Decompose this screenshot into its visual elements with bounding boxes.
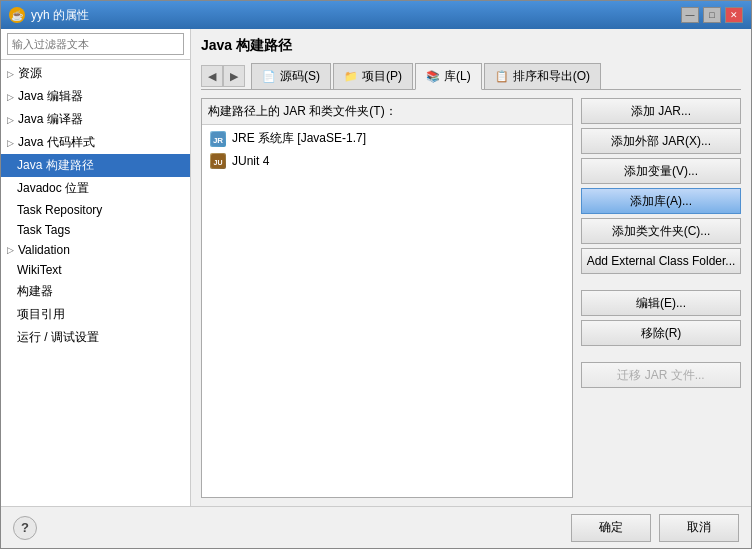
title-bar: ☕ yyh 的属性 — □ ✕ [1,1,751,29]
tab-nav-back[interactable]: ◀ [201,65,223,87]
sidebar-item-javadoc[interactable]: Javadoc 位置 [1,177,190,200]
title-controls: — □ ✕ [681,7,743,23]
cancel-button[interactable]: 取消 [659,514,739,542]
sidebar-item-label: Task Tags [17,223,70,237]
sidebar-item-project-ref[interactable]: 项目引用 [1,303,190,326]
arrow-icon: ▷ [7,138,14,148]
sidebar-item-java-code-style[interactable]: ▷ Java 代码样式 [1,131,190,154]
sidebar-item-label: WikiText [17,263,62,277]
tab-libraries[interactable]: 📚 库(L) [415,63,482,90]
main-window: ☕ yyh 的属性 — □ ✕ ▷ 资源 ▷ [0,0,752,549]
sidebar-item-label: Task Repository [17,203,102,217]
panel-title: Java 构建路径 [201,37,741,55]
tabs-bar: ◀ ▶ 📄 源码(S) 📁 项目(P) 📚 库(L) 📋 排序和导出(O [201,63,741,90]
sidebar-item-task-tags[interactable]: Task Tags [1,220,190,240]
libraries-tab-icon: 📚 [426,70,440,83]
sidebar-item-wikitext[interactable]: WikiText [1,260,190,280]
migrate-jar-button[interactable]: 迁移 JAR 文件... [581,362,741,388]
nav-list: ▷ 资源 ▷ Java 编辑器 ▷ Java 编译器 ▷ Java 代码样式 [1,60,190,506]
remove-button[interactable]: 移除(R) [581,320,741,346]
maximize-button[interactable]: □ [703,7,721,23]
tab-label: 排序和导出(O) [513,68,590,85]
panel-body: 构建路径上的 JAR 和类文件夹(T)： JR JRE 系统库 [JavaSE-… [201,98,741,498]
sidebar-item-label: 运行 / 调试设置 [17,329,99,346]
help-button[interactable]: ? [13,516,37,540]
jre-icon: JR [210,131,226,147]
filter-input[interactable] [7,33,184,55]
sidebar-item-label: Java 编译器 [18,111,83,128]
jar-item-label: JRE 系统库 [JavaSE-1.7] [232,130,366,147]
tab-label: 源码(S) [280,68,320,85]
add-external-jar-button[interactable]: 添加外部 JAR(X)... [581,128,741,154]
jar-list-area: 构建路径上的 JAR 和类文件夹(T)： JR JRE 系统库 [JavaSE-… [201,98,573,498]
list-item[interactable]: JU JUnit 4 [204,150,570,172]
list-item[interactable]: JR JRE 系统库 [JavaSE-1.7] [204,127,570,150]
junit-icon: JU [210,153,226,169]
tab-source[interactable]: 📄 源码(S) [251,63,331,89]
left-panel: ▷ 资源 ▷ Java 编辑器 ▷ Java 编译器 ▷ Java 代码样式 [1,29,191,506]
tab-label: 项目(P) [362,68,402,85]
close-button[interactable]: ✕ [725,7,743,23]
title-bar-left: ☕ yyh 的属性 [9,7,89,24]
tab-order[interactable]: 📋 排序和导出(O) [484,63,601,89]
jar-list: JR JRE 系统库 [JavaSE-1.7] JU [202,125,572,497]
source-tab-icon: 📄 [262,70,276,83]
sidebar-item-run-debug[interactable]: 运行 / 调试设置 [1,326,190,349]
arrow-icon: ▷ [7,92,14,102]
tab-nav-forward[interactable]: ▶ [223,65,245,87]
content-area: ▷ 资源 ▷ Java 编辑器 ▷ Java 编译器 ▷ Java 代码样式 [1,29,751,506]
add-library-button[interactable]: 添加库(A)... [581,188,741,214]
sidebar-item-label: Validation [18,243,70,257]
spacer [581,278,741,286]
button-panel: 添加 JAR... 添加外部 JAR(X)... 添加变量(V)... 添加库(… [581,98,741,498]
tab-projects[interactable]: 📁 项目(P) [333,63,413,89]
sidebar-item-builder[interactable]: 构建器 [1,280,190,303]
sidebar-item-resources[interactable]: ▷ 资源 [1,62,190,85]
bottom-left: ? [13,516,37,540]
bottom-right: 确定 取消 [571,514,739,542]
sidebar-item-java-editor[interactable]: ▷ Java 编辑器 [1,85,190,108]
projects-tab-icon: 📁 [344,70,358,83]
svg-text:JR: JR [213,136,223,145]
confirm-button[interactable]: 确定 [571,514,651,542]
order-tab-icon: 📋 [495,70,509,83]
sidebar-item-label: 项目引用 [17,306,65,323]
add-external-class-folder-button[interactable]: Add External Class Folder... [581,248,741,274]
sidebar-item-java-compiler[interactable]: ▷ Java 编译器 [1,108,190,131]
svg-text:JU: JU [214,159,223,166]
arrow-icon: ▷ [7,115,14,125]
sidebar-item-label: 资源 [18,65,42,82]
sidebar-item-label: Java 构建路径 [17,157,94,174]
filter-area [1,29,190,60]
app-icon: ☕ [9,7,25,23]
sidebar-item-label: Java 编辑器 [18,88,83,105]
add-class-folder-button[interactable]: 添加类文件夹(C)... [581,218,741,244]
arrow-icon: ▷ [7,69,14,79]
minimize-button[interactable]: — [681,7,699,23]
right-panel: Java 构建路径 ◀ ▶ 📄 源码(S) 📁 项目(P) 📚 库(L) [191,29,751,506]
tab-label: 库(L) [444,68,471,85]
jar-item-label: JUnit 4 [232,154,269,168]
sidebar-item-label: Javadoc 位置 [17,180,89,197]
sidebar-item-validation[interactable]: ▷ Validation [1,240,190,260]
window-title: yyh 的属性 [31,7,89,24]
spacer [581,350,741,358]
arrow-icon: ▷ [7,245,14,255]
add-jar-button[interactable]: 添加 JAR... [581,98,741,124]
jar-list-label: 构建路径上的 JAR 和类文件夹(T)： [202,99,572,125]
sidebar-item-task-repository[interactable]: Task Repository [1,200,190,220]
sidebar-item-java-build-path[interactable]: Java 构建路径 [1,154,190,177]
add-variable-button[interactable]: 添加变量(V)... [581,158,741,184]
bottom-bar: ? 确定 取消 [1,506,751,548]
edit-button[interactable]: 编辑(E)... [581,290,741,316]
sidebar-item-label: Java 代码样式 [18,134,95,151]
sidebar-item-label: 构建器 [17,283,53,300]
